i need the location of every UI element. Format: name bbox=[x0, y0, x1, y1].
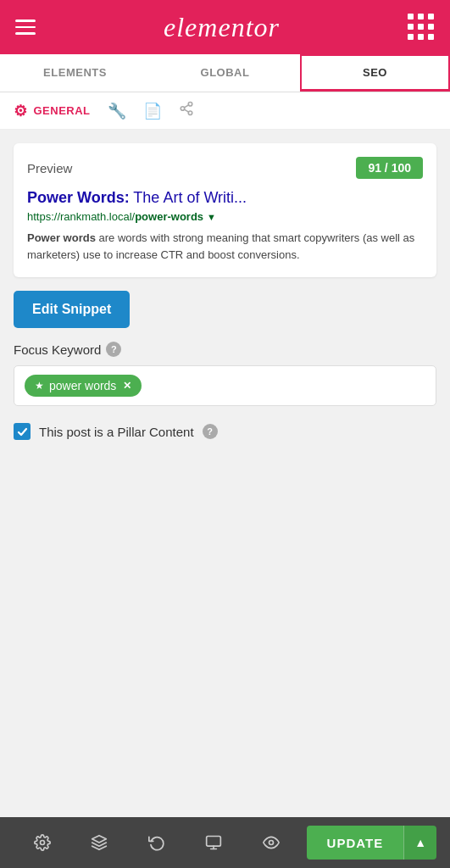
general-tab[interactable]: ⚙ GENERAL bbox=[14, 102, 91, 120]
svg-point-10 bbox=[269, 841, 273, 845]
document-icon[interactable]: 📄 bbox=[143, 102, 162, 120]
url-slug: power-words bbox=[135, 210, 203, 223]
svg-line-3 bbox=[184, 109, 188, 112]
star-icon: ★ bbox=[35, 380, 44, 392]
tab-seo[interactable]: SEO bbox=[300, 54, 450, 92]
preview-header: Preview 91 / 100 bbox=[27, 157, 423, 179]
svg-point-5 bbox=[40, 841, 44, 845]
keyword-remove-icon[interactable]: ✕ bbox=[123, 380, 131, 392]
keyword-tag-text: power words bbox=[49, 379, 116, 392]
elementor-logo: elementor bbox=[164, 12, 280, 43]
preview-title-bold: Power Words: bbox=[27, 189, 130, 206]
preview-title: Power Words: The Art of Writi... bbox=[27, 189, 423, 207]
focus-keyword-label: Focus Keyword ? bbox=[14, 342, 436, 357]
preview-card: Preview 91 / 100 Power Words: The Art of… bbox=[14, 143, 436, 277]
pillar-content-checkbox[interactable] bbox=[14, 423, 31, 440]
update-button[interactable]: UPDATE bbox=[307, 826, 404, 860]
url-dropdown-icon[interactable]: ▼ bbox=[207, 212, 216, 222]
apps-grid-icon[interactable] bbox=[408, 14, 435, 41]
tab-elements[interactable]: ELEMENTS bbox=[0, 54, 150, 92]
main-content: Preview 91 / 100 Power Words: The Art of… bbox=[0, 130, 450, 817]
focus-keyword-text: Focus Keyword bbox=[14, 342, 101, 357]
layers-bottom-icon[interactable] bbox=[71, 834, 129, 851]
preview-desc-bold: Power words bbox=[27, 231, 96, 244]
preview-url-text: https://rankmath.local/power-words bbox=[27, 210, 203, 223]
svg-line-4 bbox=[184, 105, 188, 108]
update-dropdown-button[interactable]: ▲ bbox=[403, 826, 436, 860]
preview-description: Power words are words with strong meanin… bbox=[27, 230, 423, 264]
gear-icon: ⚙ bbox=[14, 102, 28, 120]
focus-keyword-help-icon[interactable]: ? bbox=[106, 342, 121, 357]
pillar-content: This post is a Pillar Content ? bbox=[14, 420, 436, 443]
tab-bar: ELEMENTS GLOBAL SEO bbox=[0, 54, 450, 92]
header: elementor bbox=[0, 0, 450, 54]
update-button-group: UPDATE ▲ bbox=[307, 826, 436, 860]
hamburger-menu[interactable] bbox=[15, 19, 36, 35]
svg-rect-7 bbox=[207, 837, 221, 847]
svg-marker-6 bbox=[92, 836, 107, 843]
responsive-bottom-icon[interactable] bbox=[186, 834, 243, 851]
share-icon[interactable] bbox=[179, 101, 194, 120]
focus-keyword-input[interactable]: ★ power words ✕ bbox=[14, 365, 436, 406]
url-base: https://rankmath.local/ bbox=[27, 210, 135, 223]
general-label: GENERAL bbox=[34, 104, 91, 117]
wrench-icon[interactable]: 🔧 bbox=[108, 102, 126, 120]
focus-keyword-section: Focus Keyword ? ★ power words ✕ bbox=[14, 342, 436, 406]
bottom-bar: UPDATE ▲ bbox=[0, 817, 450, 868]
keyword-tag[interactable]: ★ power words ✕ bbox=[25, 375, 142, 397]
tab-global[interactable]: GLOBAL bbox=[150, 54, 300, 92]
eye-bottom-icon[interactable] bbox=[242, 834, 300, 851]
preview-url: https://rankmath.local/power-words ▼ bbox=[27, 210, 423, 223]
toolbar: ⚙ GENERAL 🔧 📄 bbox=[0, 92, 450, 130]
preview-label: Preview bbox=[27, 161, 72, 175]
preview-title-rest: The Art of Writi... bbox=[130, 189, 247, 206]
pillar-content-label: This post is a Pillar Content bbox=[39, 425, 194, 439]
edit-snippet-button[interactable]: Edit Snippet bbox=[14, 291, 130, 328]
history-bottom-icon[interactable] bbox=[128, 834, 186, 851]
settings-bottom-icon[interactable] bbox=[14, 834, 71, 851]
pillar-content-help-icon[interactable]: ? bbox=[203, 424, 218, 439]
score-badge: 91 / 100 bbox=[356, 157, 423, 179]
